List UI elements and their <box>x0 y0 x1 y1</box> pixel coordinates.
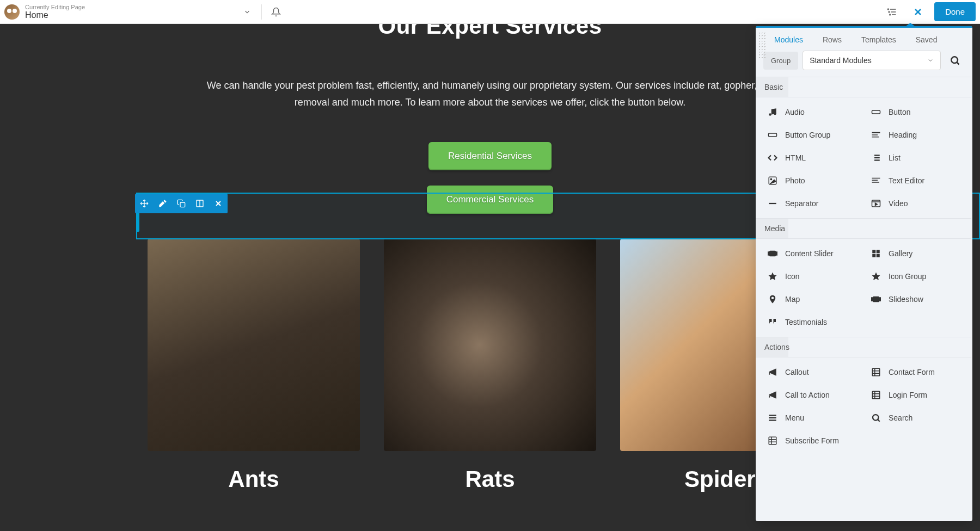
html-icon <box>768 153 777 163</box>
page-info[interactable]: Currently Editing Page Home <box>25 4 85 20</box>
testimonials-icon <box>768 317 777 327</box>
svg-point-15 <box>951 57 958 63</box>
svg-rect-32 <box>872 178 880 179</box>
module-search[interactable]: Search <box>863 406 967 429</box>
category-header-actions: Actions <box>756 337 971 357</box>
svg-rect-64 <box>769 437 776 444</box>
module-contact-form[interactable]: Contact Form <box>863 361 967 384</box>
form-icon <box>871 390 881 400</box>
list-icon <box>871 153 881 163</box>
module-button[interactable]: Button <box>863 101 967 124</box>
slider-icon <box>768 249 777 258</box>
search-modules-icon[interactable] <box>945 51 965 70</box>
module-separator[interactable]: Separator <box>760 192 863 215</box>
module-label: Subscribe Form <box>785 436 839 445</box>
module-label: HTML <box>785 153 806 162</box>
module-label: Slideshow <box>889 295 923 304</box>
module-html[interactable]: HTML <box>760 146 863 169</box>
icon-icon <box>768 271 777 281</box>
video-icon <box>871 199 881 208</box>
module-grid: AudioButtonButton GroupHeadingHTMLListPh… <box>756 97 971 218</box>
module-button-group[interactable]: Button Group <box>760 124 863 146</box>
page-dropdown-chevron-icon[interactable] <box>237 2 257 22</box>
module-label: List <box>889 153 901 162</box>
photo-icon <box>768 176 777 186</box>
map-icon <box>768 294 777 304</box>
done-button[interactable]: Done <box>934 2 976 21</box>
button-group-icon <box>768 130 777 140</box>
module-label: Separator <box>785 199 818 208</box>
move-row-icon[interactable] <box>135 194 154 213</box>
residential-services-button[interactable]: Residential Services <box>428 142 552 170</box>
form-icon <box>871 367 881 377</box>
module-login-form[interactable]: Login Form <box>863 384 967 406</box>
duplicate-row-icon[interactable] <box>172 194 191 213</box>
delete-row-icon[interactable] <box>209 194 228 213</box>
svg-rect-22 <box>872 134 878 135</box>
module-testimonials[interactable]: Testimonials <box>760 311 863 334</box>
tab-modules[interactable]: Modules <box>774 35 803 44</box>
panel-drag-handle-icon[interactable] <box>758 32 765 59</box>
module-list[interactable]: List <box>863 146 967 169</box>
module-label: Icon Group <box>889 272 926 281</box>
form-icon <box>768 436 777 446</box>
svg-rect-10 <box>180 202 185 207</box>
module-label: Contact Form <box>889 368 935 376</box>
panel-body[interactable]: BasicAudioButtonButton GroupHeadingHTMLL… <box>756 77 972 521</box>
module-subscribe-form[interactable]: Subscribe Form <box>760 429 863 452</box>
module-group-select[interactable]: Standard Modules <box>803 51 941 70</box>
module-grid: Content SliderGalleryIconIcon GroupMapSl… <box>756 239 971 337</box>
module-label: Icon <box>785 272 799 281</box>
svg-rect-40 <box>768 252 769 255</box>
tab-templates[interactable]: Templates <box>861 35 896 44</box>
tab-rows[interactable]: Rows <box>823 35 842 44</box>
svg-point-5 <box>890 14 891 15</box>
select-value: Standard Modules <box>810 56 872 65</box>
module-icon-group[interactable]: Icon Group <box>863 265 967 288</box>
module-label: Map <box>785 295 800 304</box>
module-call-to-action[interactable]: Call to Action <box>760 384 863 406</box>
module-video[interactable]: Video <box>863 192 967 215</box>
module-map[interactable]: Map <box>760 288 863 311</box>
module-label: Video <box>889 199 908 208</box>
divider <box>261 4 262 20</box>
gallery-icon <box>871 249 881 258</box>
svg-point-31 <box>770 178 771 180</box>
column-settings-icon[interactable] <box>191 194 209 213</box>
svg-rect-19 <box>872 110 880 114</box>
group-filter-button[interactable]: Group <box>763 52 798 70</box>
svg-rect-55 <box>872 391 880 399</box>
button-icon <box>871 107 881 117</box>
card-title: Ants <box>148 466 360 492</box>
svg-point-18 <box>774 113 776 115</box>
module-audio[interactable]: Audio <box>760 101 863 124</box>
module-icon[interactable]: Icon <box>760 265 863 288</box>
module-slideshow[interactable]: Slideshow <box>863 288 967 311</box>
svg-rect-39 <box>770 251 776 256</box>
svg-rect-48 <box>873 297 879 302</box>
outline-button-icon[interactable] <box>882 2 902 22</box>
edit-row-icon[interactable] <box>154 194 172 213</box>
close-panel-icon[interactable] <box>908 2 928 22</box>
module-content-slider[interactable]: Content Slider <box>760 242 863 265</box>
module-grid: CalloutContact FormCall to ActionLogin F… <box>756 357 971 455</box>
menu-icon <box>768 413 777 423</box>
notifications-bell-icon[interactable] <box>266 2 286 22</box>
module-text-editor[interactable]: Text Editor <box>863 169 967 192</box>
module-photo[interactable]: Photo <box>760 169 863 192</box>
module-gallery[interactable]: Gallery <box>863 242 967 265</box>
audio-icon <box>768 107 777 117</box>
app-logo-icon <box>4 4 20 20</box>
svg-line-16 <box>957 63 959 65</box>
svg-marker-47 <box>872 273 880 280</box>
svg-point-3 <box>888 9 889 10</box>
tab-saved[interactable]: Saved <box>916 35 938 44</box>
editing-label: Currently Editing Page <box>25 4 85 10</box>
module-callout[interactable]: Callout <box>760 361 863 384</box>
modules-panel: ModulesRowsTemplatesSaved Group Standard… <box>756 26 972 521</box>
module-menu[interactable]: Menu <box>760 406 863 429</box>
service-card: Ants <box>148 239 360 492</box>
panel-tabs: ModulesRowsTemplatesSaved <box>756 28 972 51</box>
card-image <box>384 239 596 451</box>
module-heading[interactable]: Heading <box>863 124 967 146</box>
